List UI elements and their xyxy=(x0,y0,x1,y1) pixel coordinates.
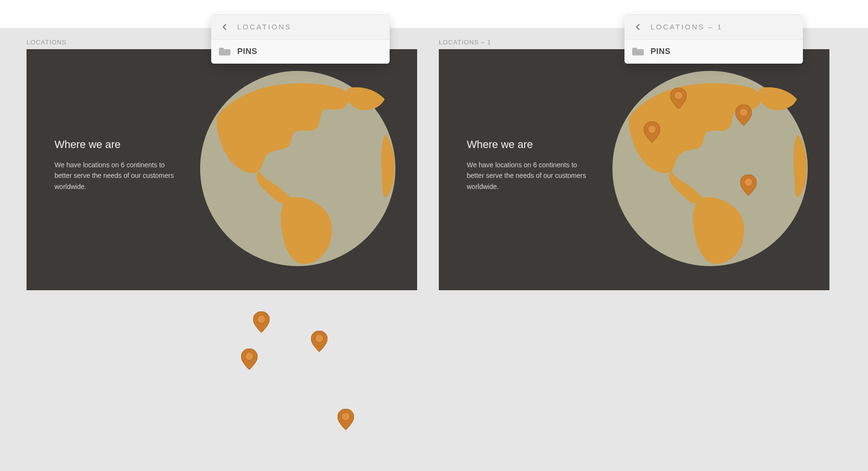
slide-description: We have locations on 6 continents to bet… xyxy=(54,160,180,192)
svg-point-2 xyxy=(675,92,683,100)
svg-point-8 xyxy=(315,335,324,343)
folder-icon xyxy=(219,47,231,56)
map-pin-icon[interactable] xyxy=(735,105,752,126)
back-button[interactable] xyxy=(219,21,231,33)
map-pin-icon[interactable] xyxy=(644,121,660,143)
globe-illustration xyxy=(612,71,808,266)
folder-icon xyxy=(632,47,644,56)
slide-title: Where we are xyxy=(54,138,180,151)
map-pin-icon[interactable] xyxy=(253,311,270,333)
chevron-left-icon xyxy=(221,24,228,30)
globe-illustration xyxy=(200,71,395,266)
layer-name: PINS xyxy=(237,47,258,56)
map-pin-icon[interactable] xyxy=(311,331,327,352)
popover-title: LOCATIONS xyxy=(237,23,292,31)
artboard-label-0[interactable]: LOCATIONS xyxy=(27,39,67,46)
artboard-label-1[interactable]: LOCATIONS – 1 xyxy=(439,39,491,46)
svg-point-4 xyxy=(740,108,748,117)
slide-description: We have locations on 6 continents to bet… xyxy=(467,160,592,192)
svg-point-7 xyxy=(245,352,254,361)
back-button[interactable] xyxy=(632,21,644,33)
svg-point-3 xyxy=(648,125,656,134)
slide-title: Where we are xyxy=(467,138,592,151)
canvas[interactable]: LOCATIONS Where we are We have locations… xyxy=(0,28,868,471)
map-pin-icon[interactable] xyxy=(338,409,354,430)
map-pin-icon[interactable] xyxy=(740,175,757,196)
artboard-locations[interactable]: Where we are We have locations on 6 cont… xyxy=(27,49,417,290)
artboard-locations-1[interactable]: Where we are We have locations on 6 cont… xyxy=(439,49,829,290)
svg-point-9 xyxy=(342,413,350,421)
map-pin-icon[interactable] xyxy=(241,349,258,370)
map-pin-icon[interactable] xyxy=(670,88,687,109)
layer-popover-0: LOCATIONS PINS xyxy=(211,14,390,64)
svg-point-5 xyxy=(745,178,753,187)
svg-point-6 xyxy=(258,315,266,323)
layer-popover-1: LOCATIONS – 1 PINS xyxy=(624,14,803,64)
chevron-left-icon xyxy=(635,24,641,30)
layer-row-pins[interactable]: PINS xyxy=(624,40,803,64)
layer-row-pins[interactable]: PINS xyxy=(211,40,390,64)
popover-title: LOCATIONS – 1 xyxy=(651,23,723,31)
layer-name: PINS xyxy=(651,47,671,56)
